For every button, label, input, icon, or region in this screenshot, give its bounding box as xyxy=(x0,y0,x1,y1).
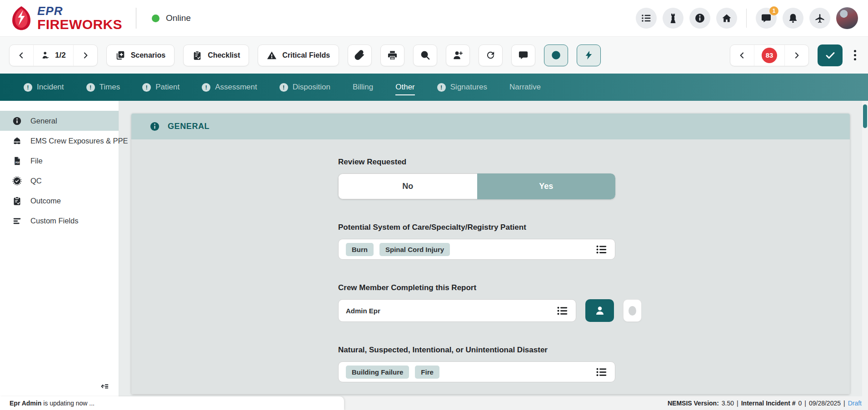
sidebar-collapse-button[interactable] xyxy=(100,381,110,391)
tab[interactable]: Billing xyxy=(353,74,373,101)
general-panel-header: GENERAL xyxy=(131,114,850,139)
care-registry-input[interactable]: BurnSpinal Cord Injury xyxy=(338,239,615,260)
print-button[interactable] xyxy=(380,44,404,66)
crew-member-value: Admin Epr xyxy=(346,307,380,315)
rook-icon xyxy=(668,13,678,24)
patient-prev-button[interactable] xyxy=(10,45,33,66)
separator: | xyxy=(843,400,845,407)
checklist-button[interactable]: Checklist xyxy=(183,44,249,66)
tab[interactable]: Narrative xyxy=(509,74,541,101)
vertical-scrollbar[interactable] xyxy=(862,101,868,396)
times-tracking-button[interactable] xyxy=(544,44,568,66)
print-icon xyxy=(387,50,398,60)
sidebar-item[interactable]: EMS Crew Exposures & PPE xyxy=(0,131,119,151)
selected-value-tag[interactable]: Fire xyxy=(415,366,439,379)
activity-text: is updating now ... xyxy=(41,400,95,407)
validation-count-badge: 83 xyxy=(762,48,777,63)
more-options-button[interactable] xyxy=(851,46,859,64)
comments-button[interactable] xyxy=(511,44,535,66)
open-list-icon[interactable] xyxy=(556,305,569,317)
patient-pager-label: 1/2 xyxy=(55,51,66,60)
info-icon xyxy=(694,13,705,24)
tab-label: Narrative xyxy=(509,83,541,92)
status-circle-button[interactable] xyxy=(623,299,642,322)
safety-helmet-icon xyxy=(12,136,22,146)
patient-next-button[interactable] xyxy=(73,45,97,66)
svg-text:PDF: PDF xyxy=(15,161,20,163)
validation-prev-button[interactable] xyxy=(730,45,754,66)
home-button[interactable] xyxy=(716,8,737,29)
bell-icon xyxy=(788,13,798,24)
tab[interactable]: ! Patient xyxy=(142,74,180,101)
selected-value-tag[interactable]: Spinal Cord Injury xyxy=(379,243,450,256)
home-icon xyxy=(721,13,732,24)
review-requested-field: Review Requested No Yes xyxy=(338,158,850,199)
add-person-button[interactable] xyxy=(446,44,470,66)
separator: | xyxy=(804,400,806,407)
app-header: EPR FIREWORKS Online xyxy=(0,0,868,36)
tab-label: Disposition xyxy=(293,83,330,92)
quality-seal-icon xyxy=(12,176,22,186)
crew-member-field: Crew Member Completing this Report Admin… xyxy=(338,283,850,322)
selected-value-tag[interactable]: Building Failure xyxy=(346,366,409,379)
chevron-right-icon xyxy=(792,51,801,60)
validate-save-button[interactable] xyxy=(818,44,843,66)
open-list-icon[interactable] xyxy=(595,243,608,256)
messages-button[interactable]: 1 xyxy=(756,8,777,29)
avatar[interactable] xyxy=(836,7,858,29)
tag-list: BurnSpinal Cord Injury xyxy=(346,243,450,256)
draft-status-link[interactable]: Draft xyxy=(848,400,862,407)
sidebar-item[interactable]: Outcome xyxy=(0,191,119,211)
review-yes-option[interactable]: Yes xyxy=(477,173,616,199)
app-logo[interactable]: EPR FIREWORKS xyxy=(10,5,122,31)
patient-pager-current[interactable]: 1/2 xyxy=(33,45,73,66)
validation-next-button[interactable] xyxy=(784,45,808,66)
chat-icon xyxy=(518,50,529,60)
scenarios-rook-button[interactable] xyxy=(663,8,683,29)
sidebar-item[interactable]: Custom Fields xyxy=(0,211,119,231)
quick-actions-button[interactable] xyxy=(577,44,601,66)
crew-member-input[interactable]: Admin Epr xyxy=(338,299,576,322)
tab-label: Assessment xyxy=(215,83,257,92)
tab[interactable]: ! Times xyxy=(86,74,120,101)
tab[interactable]: Other xyxy=(395,74,415,101)
disaster-input[interactable]: Building FailureFire xyxy=(338,361,615,382)
tab[interactable]: ! Assessment xyxy=(202,74,257,101)
review-requested-toggle: No Yes xyxy=(338,173,615,199)
notifications-button[interactable] xyxy=(783,8,803,29)
tab[interactable]: ! Incident xyxy=(24,74,64,101)
tab-label: Other xyxy=(395,83,415,92)
selected-value-tag[interactable]: Burn xyxy=(346,243,374,256)
logo-line1: EPR xyxy=(37,5,122,17)
chevron-right-icon xyxy=(81,51,90,60)
check-icon xyxy=(825,50,836,61)
sidebar-item[interactable]: General xyxy=(0,111,119,131)
info-button[interactable] xyxy=(689,8,710,29)
tab-warning-icon: ! xyxy=(86,83,95,92)
tab-warning-icon: ! xyxy=(24,83,32,92)
scenarios-button[interactable]: Scenarios xyxy=(106,44,175,66)
record-date: 09/28/2025 xyxy=(809,400,841,407)
review-no-option[interactable]: No xyxy=(338,173,477,199)
attachments-button[interactable] xyxy=(348,44,372,66)
validation-count[interactable]: 83 xyxy=(754,45,784,66)
refresh-button[interactable] xyxy=(479,44,503,66)
collapse-arrow-icon xyxy=(100,381,110,391)
tab[interactable]: ! Signatures xyxy=(437,74,487,101)
sidebar-item[interactable]: QC xyxy=(0,171,119,191)
validation-pager: 83 xyxy=(730,44,809,66)
critical-fields-button[interactable]: Critical Fields xyxy=(258,44,339,66)
person-add-icon xyxy=(453,50,463,60)
scrollbar-thumb[interactable] xyxy=(863,104,867,128)
tab-warning-icon: ! xyxy=(437,83,446,92)
tab-label: Signatures xyxy=(450,83,487,92)
field-label: Crew Member Completing this Report xyxy=(338,283,850,292)
open-list-icon[interactable] xyxy=(595,366,608,378)
flight-mode-button[interactable] xyxy=(809,8,830,29)
custom-fields-icon xyxy=(12,216,22,226)
menu-list-button[interactable] xyxy=(636,8,657,29)
sidebar-item[interactable]: PDF File xyxy=(0,151,119,171)
assign-me-button[interactable] xyxy=(585,299,614,322)
search-button[interactable] xyxy=(413,44,437,66)
tab[interactable]: ! Disposition xyxy=(279,74,330,101)
